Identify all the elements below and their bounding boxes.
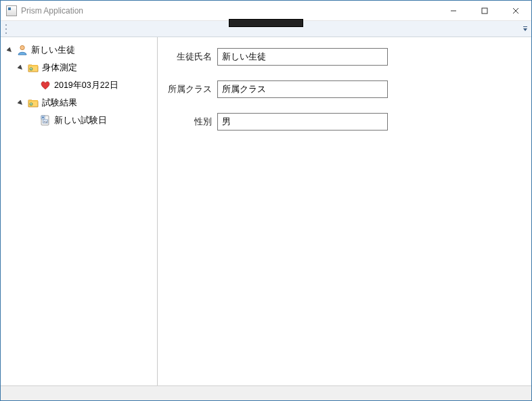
svg-point-4 [20,45,24,49]
tree-pane[interactable]: 新しい生徒 身体測定 [1,37,158,385]
class-input[interactable] [217,80,388,98]
expander-icon[interactable] [5,45,14,55]
toolbar-overflow-button[interactable] [522,24,529,34]
svg-text:x,y: x,y [43,120,47,123]
minimize-button[interactable] [438,1,469,21]
toolbar-grip[interactable] [3,23,9,35]
form-row-gender: 性別 [167,113,522,131]
class-label: 所属クラス [167,84,217,95]
gender-select[interactable] [217,113,388,131]
app-icon [6,5,17,16]
heart-icon [39,79,51,91]
statusbar [1,385,531,400]
tree-item-label: 2019年03月22日 [54,80,118,91]
document-icon: x,y [39,114,51,126]
close-button[interactable] [500,1,531,21]
svg-rect-7 [28,100,38,101]
content-pane: 生徒氏名 所属クラス 性別 [158,37,531,385]
titlebar: Prism Application [1,1,531,21]
user-icon [16,44,28,56]
svg-rect-1 [482,8,487,14]
tree-item-label: 試験結果 [42,97,77,109]
form-row-class: 所属クラス [167,80,522,98]
tree-item-new-exam-date[interactable]: x,y 新しい試験日 [1,112,157,129]
toolbar [1,21,531,37]
tree-item-exam[interactable]: 試験結果 [1,94,157,112]
toolbar-dark-strip [229,19,303,27]
tree-item-label: 身体測定 [42,62,77,74]
folder-icon [27,97,39,109]
maximize-button[interactable] [469,1,500,21]
tree-item-physical-date[interactable]: 2019年03月22日 [1,76,157,94]
main-area: 新しい生徒 身体測定 [1,37,531,385]
app-window: Prism Application [0,0,532,401]
tree-item-label: 新しい生徒 [31,45,75,56]
name-input[interactable] [217,48,388,66]
svg-rect-5 [28,65,38,66]
form-row-name: 生徒氏名 [167,48,522,66]
tree-item-label: 新しい試験日 [54,115,107,126]
tree-item-student[interactable]: 新しい生徒 [1,41,157,59]
name-label: 生徒氏名 [167,51,217,63]
gender-label: 性別 [167,116,217,128]
expander-icon[interactable] [16,98,25,108]
tree-item-physical[interactable]: 身体測定 [1,59,157,76]
window-title: Prism Application [21,6,83,16]
folder-icon [27,62,39,74]
expander-icon[interactable] [16,63,25,72]
